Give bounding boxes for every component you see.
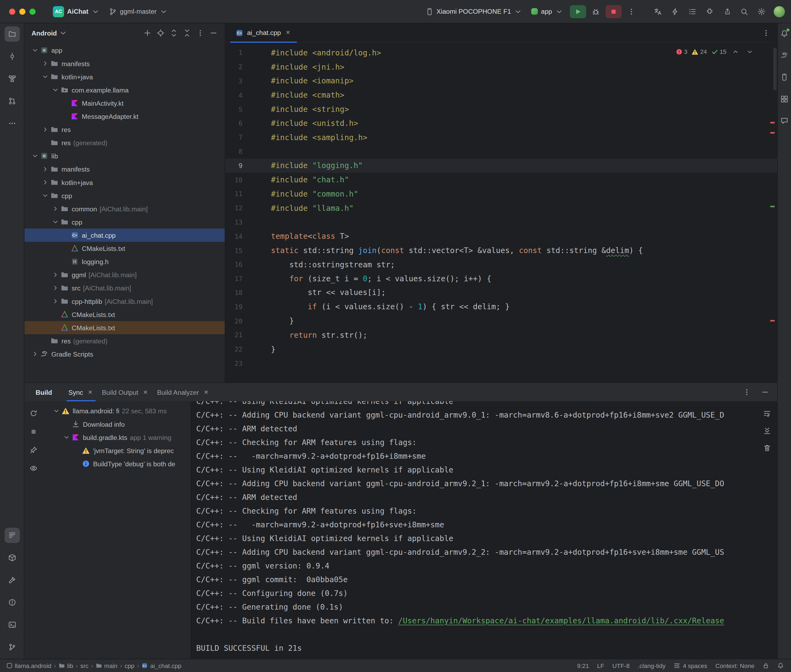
tree-item-cpp-httplib[interactable]: cpp-httplib[AiChat.lib.main] <box>24 295 225 308</box>
tree-item-cmakelists-txt[interactable]: CMakeLists.txt <box>24 308 225 321</box>
close-tab-icon[interactable]: ✕ <box>284 30 292 36</box>
tree-item-gradle-scripts[interactable]: Gradle Scripts <box>24 347 225 361</box>
user-avatar[interactable] <box>774 6 785 17</box>
tree-item-manifests[interactable]: manifests <box>24 57 225 70</box>
chevron-right-icon[interactable] <box>51 285 60 291</box>
chevron-right-icon[interactable] <box>51 271 60 278</box>
build-tree-item-download-info[interactable]: Download info <box>43 418 191 431</box>
tree-item-common[interactable]: common[AiChat.lib.main] <box>24 202 225 215</box>
structure-tool-button[interactable] <box>4 71 20 86</box>
share-button[interactable] <box>720 4 734 19</box>
code-line-17[interactable]: 17 for (size_t i = 0; i < values.size();… <box>225 272 777 286</box>
stop-button[interactable] <box>606 5 622 18</box>
expand-all-button[interactable] <box>168 27 180 39</box>
problems-tool-button[interactable] <box>4 595 20 610</box>
code-line-6[interactable]: 6#include <unistd.h> <box>225 117 777 131</box>
project-tool-button[interactable] <box>4 26 20 42</box>
tree-item-ai-chat-cpp[interactable]: C+ai_chat.cpp <box>24 229 225 242</box>
run-config-selector[interactable]: app <box>527 5 567 18</box>
minimize-button[interactable] <box>19 8 26 14</box>
passed-badge[interactable]: 15 <box>711 48 727 55</box>
code-line-3[interactable]: 3#include <iomanip> <box>225 74 777 88</box>
todo-list-button[interactable] <box>685 4 700 19</box>
app-quality-insights-tool-button[interactable] <box>778 115 791 127</box>
code-line-12[interactable]: 12#include "llama.h" <box>225 201 777 215</box>
code-line-11[interactable]: 11#include "common.h" <box>225 187 777 201</box>
build-panel-options-button[interactable] <box>740 385 754 399</box>
build-tree-item-buildtype-debug-is-both-de[interactable]: BuildType 'debug' is both de <box>43 457 191 470</box>
code-line-8[interactable]: 8 <box>225 145 777 159</box>
breadcrumb-llama-android[interactable]: llama.android <box>6 662 51 669</box>
tree-item-messageadapter-kt[interactable]: MessageAdapter.kt <box>24 110 225 123</box>
tree-item-lib[interactable]: lib <box>24 149 225 162</box>
tree-item-res[interactable]: res(generated) <box>24 334 225 347</box>
status-9-21[interactable]: 9:21 <box>577 662 589 669</box>
code-line-18[interactable]: 18 str << values[i]; <box>225 286 777 300</box>
editor-tab-ai-chat-cpp[interactable]: C+ ai_chat.cpp ✕ <box>229 23 298 43</box>
soft-wrap-button[interactable] <box>761 407 773 419</box>
more-run-actions-button[interactable] <box>624 4 639 19</box>
previous-problem-button[interactable] <box>730 47 741 57</box>
project-widget[interactable]: AC AiChat <box>49 4 104 19</box>
editor-scrollbar[interactable] <box>773 48 777 91</box>
hide-button[interactable] <box>207 27 220 39</box>
device-selector[interactable]: Xiaomi POCOPHONE F1 <box>421 5 526 18</box>
tree-item-cpp[interactable]: cpp <box>24 215 225 229</box>
settings-button[interactable] <box>754 4 769 19</box>
code-editor[interactable]: 1#include <android/log.h>2#include <jni.… <box>225 43 777 382</box>
chevron-right-icon[interactable] <box>30 350 40 357</box>
hide-build-panel-button[interactable] <box>758 385 772 399</box>
run-button[interactable] <box>570 5 586 18</box>
tree-item-manifests[interactable]: manifests <box>24 162 225 176</box>
code-line-19[interactable]: 19 if (i < values.size() - 1) { str << d… <box>225 300 777 314</box>
warnings-badge[interactable]: 24 <box>692 48 707 55</box>
chevron-down-icon[interactable] <box>62 434 71 441</box>
close-tab-icon[interactable]: ✕ <box>87 389 94 395</box>
status-4-spaces[interactable]: 4 spaces <box>674 662 707 669</box>
status-context-none[interactable]: Context: None <box>716 662 754 669</box>
code-line-9[interactable]: 9#include "logging.h" <box>225 158 777 173</box>
chevron-right-icon[interactable] <box>41 126 50 133</box>
collapse-all-button[interactable] <box>181 27 193 39</box>
translate-button[interactable] <box>651 4 665 19</box>
code-line-15[interactable]: 15static std::string join(const std::vec… <box>225 243 777 258</box>
errors-badge[interactable]: 3 <box>675 48 687 55</box>
search-button[interactable] <box>737 4 751 19</box>
chevron-down-icon[interactable] <box>30 152 40 160</box>
tree-item-mainactivity-kt[interactable]: MainActivity.kt <box>24 96 225 110</box>
change-stripe-mark[interactable] <box>770 206 775 207</box>
notifications-button[interactable] <box>777 662 784 669</box>
close-tab-icon[interactable]: ✕ <box>142 389 149 395</box>
app-inspection-tool-button[interactable] <box>4 550 20 565</box>
tree-item-logging-h[interactable]: Hlogging.h <box>24 255 225 268</box>
close-button[interactable] <box>9 8 15 14</box>
build-tab-build-output[interactable]: Build Output✕ <box>98 383 153 401</box>
scroll-to-end-button[interactable] <box>761 425 773 437</box>
code-line-20[interactable]: 20 } <box>225 314 777 328</box>
build-tree-item-jvmtarget-string-is-deprec[interactable]: 'jvmTarget: String' is deprec <box>43 444 191 457</box>
more-v-button[interactable] <box>194 27 207 39</box>
code-line-10[interactable]: 10#include "chat.h" <box>225 173 777 187</box>
code-line-21[interactable]: 21 return str.str(); <box>225 328 777 342</box>
terminal-tool-button[interactable] <box>4 617 20 632</box>
gradle-tool-button[interactable] <box>778 49 791 61</box>
zoom-button[interactable] <box>30 8 36 14</box>
tree-item-res[interactable]: res <box>24 123 225 136</box>
status-clang-tidy[interactable]: .clang-tidy <box>638 662 666 669</box>
breadcrumb-main[interactable]: main <box>96 662 117 669</box>
tree-item-ggml[interactable]: ggml[AiChat.lib.main] <box>24 268 225 281</box>
filter-eye-button[interactable] <box>27 462 40 474</box>
logcat-tool-button[interactable] <box>4 528 20 543</box>
build-tree-item-build-gradle-kts[interactable]: build.gradle.ktsapp 1 warning <box>43 431 191 444</box>
device-manager-tool-button[interactable] <box>778 71 791 83</box>
tree-item-app[interactable]: app <box>24 43 225 57</box>
vcs-widget[interactable]: ggml-master <box>105 5 172 18</box>
tree-item-kotlin-java[interactable]: kotlin+java <box>24 70 225 83</box>
code-line-16[interactable]: 16 std::ostringstream str; <box>225 258 777 272</box>
code-line-4[interactable]: 4#include <cmath> <box>225 88 777 102</box>
code-line-7[interactable]: 7#include <sampling.h> <box>225 130 777 145</box>
tree-item-cpp[interactable]: cpp <box>24 189 225 202</box>
notifications-tool-button[interactable] <box>778 27 791 40</box>
code-line-23[interactable]: 23 <box>225 356 777 371</box>
code-line-14[interactable]: 14template<class T> <box>225 229 777 244</box>
